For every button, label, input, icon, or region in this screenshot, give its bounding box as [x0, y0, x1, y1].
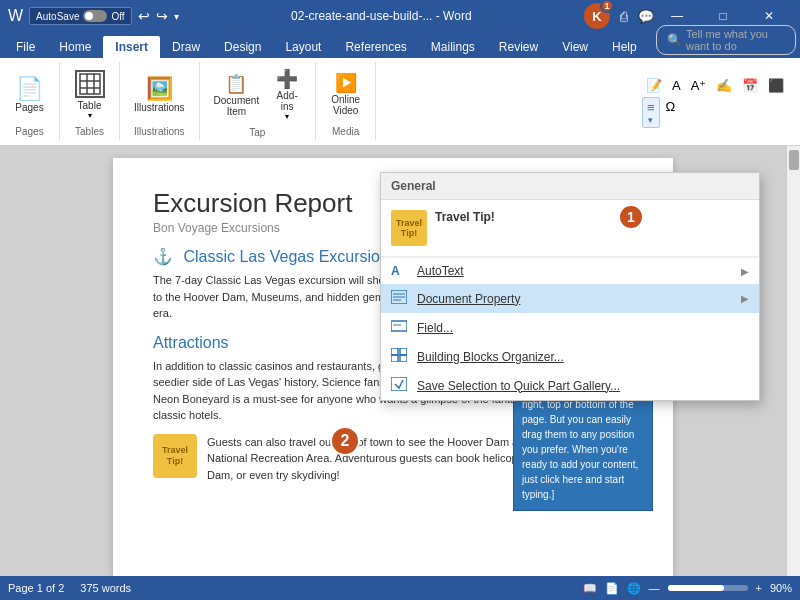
svg-rect-9: [391, 321, 407, 331]
autotext-icon: A: [391, 264, 409, 278]
pages-label: Pages: [15, 102, 43, 113]
ribbon-group-text: 📝 A A⁺ ✍ 📅 ⬛ ≡ ▾ Ω: [640, 62, 800, 141]
dropdown-tip-label: Travel Tip!: [435, 210, 495, 224]
pages-buttons: 📄 Pages: [9, 66, 49, 124]
dropdown-travel-tip-preview: TravelTip! Travel Tip!: [381, 200, 759, 257]
travel-tip-badge: TravelTip!: [153, 434, 197, 478]
tab-view[interactable]: View: [550, 36, 600, 58]
tab-review[interactable]: Review: [487, 36, 550, 58]
online-video-button[interactable]: ▶️ OnlineVideo: [325, 70, 366, 120]
zoom-in-button[interactable]: +: [756, 582, 762, 594]
field-label: Field...: [417, 321, 749, 335]
tap-group-label: Tap: [249, 127, 265, 138]
add-ins-label: Add-ins: [277, 90, 298, 112]
document-property-arrow: ▶: [741, 293, 749, 304]
illustrations-button[interactable]: 🖼️ Illustrations: [128, 74, 191, 117]
redo-icon[interactable]: ↪: [156, 8, 168, 24]
illustrations-group-label: Illustrations: [134, 126, 185, 137]
pages-button[interactable]: 📄 Pages: [9, 74, 49, 117]
tell-me-placeholder: Tell me what you want to do: [686, 28, 785, 52]
tab-help[interactable]: Help: [600, 36, 649, 58]
view-web-icon[interactable]: 🌐: [627, 582, 641, 595]
autosave-label: AutoSave: [36, 11, 79, 22]
scrollbar-thumb[interactable]: [789, 150, 799, 170]
word-count: 375 words: [80, 582, 131, 594]
tab-draw[interactable]: Draw: [160, 36, 212, 58]
tab-insert[interactable]: Insert: [103, 36, 160, 58]
date-time-button[interactable]: 📅: [738, 76, 762, 95]
status-left: Page 1 of 2 375 words: [8, 582, 131, 594]
undo-icon[interactable]: ↩: [138, 8, 150, 24]
ribbon-group-pages: 📄 Pages Pages: [0, 62, 60, 141]
dropdown-item-field[interactable]: Field...: [381, 313, 759, 342]
autosave-off: Off: [111, 11, 124, 22]
dropdown-item-building-blocks[interactable]: Building Blocks Organizer...: [381, 342, 759, 371]
add-ins-button[interactable]: ➕ Add-ins ▾: [267, 66, 307, 125]
user-badge[interactable]: K 1: [584, 3, 610, 29]
tab-file[interactable]: File: [4, 36, 47, 58]
svg-rect-14: [400, 355, 407, 362]
document-property-label: Document Property: [417, 292, 733, 306]
online-video-label: OnlineVideo: [331, 94, 360, 116]
autotext-label: AutoText: [417, 264, 733, 278]
tell-me-input[interactable]: 🔍 Tell me what you want to do: [656, 25, 796, 55]
save-gallery-label: Save Selection to Quick Part Gallery...: [417, 379, 749, 393]
field-icon: [391, 319, 409, 336]
autosave-toggle[interactable]: [83, 10, 107, 22]
table-icon: [75, 70, 105, 98]
document-item-button[interactable]: 📋 DocumentItem: [208, 71, 266, 121]
svg-rect-11: [391, 348, 398, 355]
share-icon[interactable]: ⎙: [620, 9, 628, 24]
notification-badge: 1: [600, 0, 614, 13]
media-group-label: Media: [332, 126, 359, 137]
view-print-icon[interactable]: 📄: [605, 582, 619, 595]
svg-rect-0: [80, 74, 100, 94]
quick-parts-button[interactable]: ≡ ▾: [642, 97, 660, 128]
illustrations-icon: 🖼️: [146, 78, 173, 100]
text-box-button[interactable]: 📝: [642, 76, 666, 95]
anchor-icon: ⚓: [153, 248, 173, 265]
window-title: 02-create-and-use-build-... - Word: [179, 9, 584, 23]
tab-references[interactable]: References: [333, 36, 418, 58]
save-gallery-icon: [391, 377, 409, 394]
vertical-scrollbar[interactable]: [786, 146, 800, 576]
quick-parts-dropdown[interactable]: General TravelTip! Travel Tip! A AutoTex…: [380, 172, 760, 401]
zoom-out-button[interactable]: —: [649, 582, 660, 594]
table-button[interactable]: Table ▾: [69, 66, 111, 124]
zoom-slider[interactable]: [668, 585, 748, 591]
signature-button[interactable]: ✍: [712, 76, 736, 95]
tab-home[interactable]: Home: [47, 36, 103, 58]
table-label: Table: [78, 100, 102, 111]
svg-rect-13: [391, 355, 398, 362]
document-property-icon: [391, 290, 409, 307]
tab-design[interactable]: Design: [212, 36, 273, 58]
view-read-icon[interactable]: 📖: [583, 582, 597, 595]
comments-icon[interactable]: 💬: [638, 9, 654, 24]
building-blocks-icon: [391, 348, 409, 365]
document-item-icon: 📋: [225, 75, 247, 93]
pages-group-label: Pages: [15, 126, 43, 137]
dropdown-tip-badge: TravelTip!: [391, 210, 427, 246]
status-bar: Page 1 of 2 375 words 📖 📄 🌐 — + 90%: [0, 576, 800, 600]
zoom-level: 90%: [770, 582, 792, 594]
drop-cap-button[interactable]: A⁺: [687, 76, 711, 95]
dropdown-header: General: [381, 173, 759, 200]
autosave-badge[interactable]: AutoSave Off: [29, 7, 132, 25]
symbols-button[interactable]: Ω: [662, 97, 680, 128]
page-count: Page 1 of 2: [8, 582, 64, 594]
dropdown-item-autotext[interactable]: A AutoText ▶: [381, 258, 759, 284]
document-item-label: DocumentItem: [214, 95, 260, 117]
dropdown-item-save-gallery[interactable]: Save Selection to Quick Part Gallery...: [381, 371, 759, 400]
status-right: 📖 📄 🌐 — + 90%: [583, 582, 792, 595]
object-button[interactable]: ⬛: [764, 76, 788, 95]
word-icon: W: [8, 7, 23, 25]
tab-layout[interactable]: Layout: [273, 36, 333, 58]
ribbon-group-media: ▶️ OnlineVideo Media: [316, 62, 376, 141]
svg-rect-12: [400, 348, 407, 355]
dropdown-item-document-property[interactable]: Document Property ▶: [381, 284, 759, 313]
wordart-button[interactable]: A: [668, 76, 685, 95]
tab-mailings[interactable]: Mailings: [419, 36, 487, 58]
ribbon-group-illustrations: 🖼️ Illustrations Illustrations: [120, 62, 200, 141]
ribbon-group-tables: Table ▾ Tables: [60, 62, 120, 141]
tables-group-label: Tables: [75, 126, 104, 137]
